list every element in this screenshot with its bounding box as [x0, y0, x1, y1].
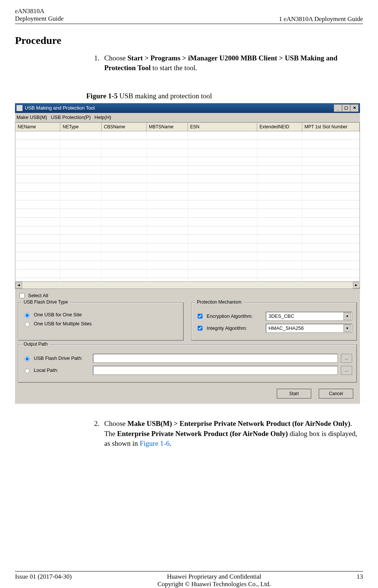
figure-link[interactable]: Figure 1-6 — [140, 439, 170, 447]
chevron-down-icon[interactable]: ▼ — [344, 313, 351, 320]
chevron-down-icon[interactable]: ▼ — [344, 325, 351, 332]
step-2: Choose Make USB(M) > Enterprise Private … — [101, 419, 363, 449]
maximize-button[interactable]: ▢ — [342, 104, 350, 112]
header-product: eAN3810A — [15, 8, 64, 15]
radio-one-site[interactable]: One USB for One Site — [23, 312, 179, 318]
group-protection: Protection Mechanism Encryption Algorith… — [191, 302, 357, 341]
browse-local-button[interactable]: ... — [341, 366, 352, 375]
radio-local-path[interactable] — [25, 368, 30, 373]
close-button[interactable]: ✕ — [350, 104, 358, 112]
col-nename[interactable]: NEName — [15, 123, 60, 131]
col-extendedneid[interactable]: ExtendedNEID — [257, 123, 302, 131]
dropdown-integrity[interactable]: HMAC_SHA256 ▼ — [266, 324, 352, 333]
radio-usb-path[interactable] — [25, 356, 30, 361]
page-footer: Issue 01 (2017-04-30) Huawei Proprietary… — [15, 571, 363, 588]
cancel-button[interactable]: Cancel — [319, 389, 353, 399]
group-output: Output Path USB Flash Drive Path: ... Lo… — [18, 344, 357, 383]
col-mbtsname[interactable]: MBTSName — [147, 123, 188, 131]
step-1: Choose Start > Programs > iManager U2000… — [101, 53, 363, 73]
chk-encryption[interactable] — [198, 314, 202, 319]
minimize-button[interactable]: _ — [334, 104, 342, 112]
menu-usb-protection[interactable]: USB Protection(P) — [51, 114, 91, 120]
chk-integrity[interactable] — [198, 326, 202, 331]
radio-multi-site[interactable]: One USB for Multiple Sites — [23, 321, 179, 327]
menu-help[interactable]: Help(H) — [94, 114, 111, 120]
select-all-input[interactable] — [20, 293, 25, 298]
step2-path: Make USB(M) > Enterprise Private Network… — [128, 420, 350, 427]
menubar: Make USB(M) USB Protection(P) Help(H) — [15, 113, 360, 122]
dropdown-encryption[interactable]: 3DES_CBC ▼ — [266, 312, 352, 321]
grid: NEName NEType CBSName MBTSName ESN Exten… — [15, 122, 360, 289]
col-mptslot[interactable]: MPT 1st Slot Number — [302, 123, 360, 131]
header-chapter: 1 eAN3810A Deployment Guide — [279, 15, 363, 23]
usb-path-input[interactable] — [93, 354, 338, 363]
section-title: Procedure — [15, 35, 363, 47]
grid-header: NEName NEType CBSName MBTSName ESN Exten… — [15, 123, 360, 131]
col-netype[interactable]: NEType — [60, 123, 102, 131]
figure-caption: Figure 1-5 USB making and protection too… — [86, 92, 363, 100]
app-window: USB Making and Protection Tool _ ▢ ✕ Mak… — [15, 103, 360, 404]
browse-usb-button[interactable]: ... — [341, 354, 352, 363]
footer-issue: Issue 01 (2017-04-30) — [15, 573, 72, 580]
menu-make-usb[interactable]: Make USB(M) — [16, 114, 47, 120]
app-icon — [16, 105, 22, 111]
group-drive-type: USB Flash Drive Type One USB for One Sit… — [18, 302, 184, 341]
select-all-checkbox[interactable]: Select All — [18, 292, 357, 299]
page-header: eAN3810A Deployment Guide 1 eAN3810A Dep… — [15, 8, 363, 24]
start-button[interactable]: Start — [277, 389, 311, 399]
step1-path: Start > Programs > iManager U2000 MBB Cl… — [104, 54, 338, 72]
header-subtitle: Deployment Guide — [15, 15, 64, 23]
footer-page: 13 — [357, 573, 363, 580]
window-title: USB Making and Protection Tool — [25, 105, 95, 111]
col-cbsname[interactable]: CBSName — [102, 123, 147, 131]
col-esn[interactable]: ESN — [188, 123, 257, 131]
local-path-input[interactable] — [93, 366, 338, 375]
titlebar[interactable]: USB Making and Protection Tool _ ▢ ✕ — [15, 103, 360, 113]
